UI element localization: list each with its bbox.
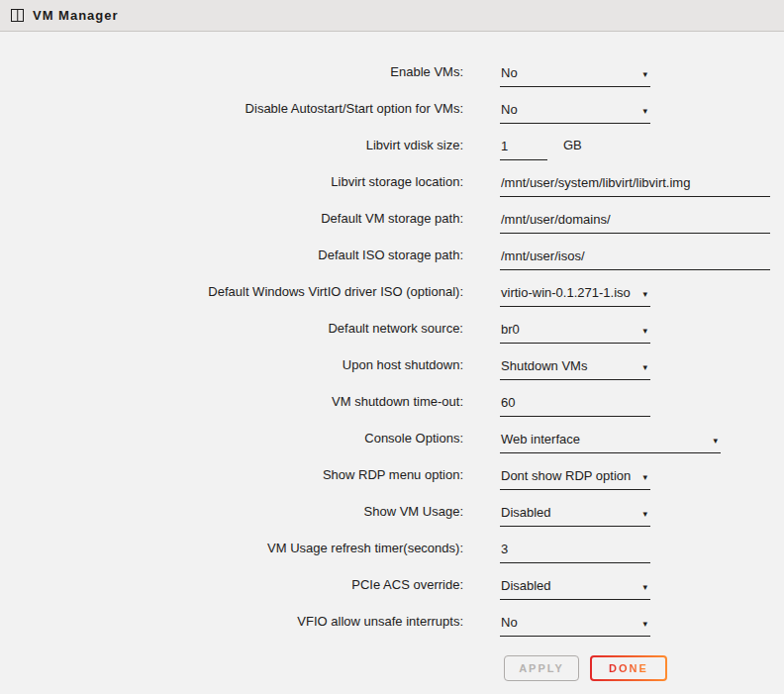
form-row: Enable VMs: No ▾ bbox=[0, 50, 784, 87]
select-value: Disabled bbox=[500, 505, 551, 520]
field-label: Show RDP menu option: bbox=[0, 467, 463, 490]
chevron-down-icon: ▾ bbox=[642, 363, 647, 372]
chevron-down-icon: ▾ bbox=[642, 70, 647, 79]
select-value: virtio-win-0.1.271-1.iso bbox=[500, 285, 631, 300]
enable-vms-select[interactable]: No ▾ bbox=[500, 65, 650, 87]
field-label: Default VM storage path: bbox=[0, 211, 463, 234]
usage-refresh-timer-input[interactable] bbox=[500, 542, 650, 563]
field-label: PCIe ACS override: bbox=[0, 577, 463, 600]
done-button[interactable]: DONE bbox=[590, 655, 667, 681]
select-value: Web interface bbox=[500, 432, 580, 446]
vm-manager-settings-form: Enable VMs: No ▾ Disable Autostart/Start… bbox=[0, 32, 784, 681]
field-label: Default network source: bbox=[0, 321, 463, 344]
form-row: Default VM storage path: bbox=[0, 197, 784, 234]
form-row: VM shutdown time-out: bbox=[0, 380, 784, 417]
form-row: Default network source: br0 ▾ bbox=[0, 307, 784, 344]
select-value: No bbox=[500, 615, 518, 630]
chevron-down-icon: ▾ bbox=[642, 473, 647, 482]
form-row: Libvirt vdisk size: GB bbox=[0, 124, 784, 160]
disable-autostart-select[interactable]: No ▾ bbox=[500, 102, 650, 124]
field-label: Console Options: bbox=[0, 431, 463, 453]
shutdown-timeout-input[interactable] bbox=[500, 395, 650, 417]
form-row: VM Usage refresh timer(seconds): bbox=[0, 527, 784, 563]
field-label: Libvirt vdisk size: bbox=[0, 138, 463, 160]
virtio-driver-iso-select[interactable]: virtio-win-0.1.271-1.iso ▾ bbox=[500, 285, 650, 307]
form-row: Disable Autostart/Start option for VMs: … bbox=[0, 87, 784, 124]
field-label: Libvirt storage location: bbox=[0, 174, 463, 197]
form-row: Libvirt storage location: bbox=[0, 160, 784, 197]
chevron-down-icon: ▾ bbox=[642, 583, 647, 592]
pcie-acs-override-select[interactable]: Disabled ▾ bbox=[500, 578, 650, 600]
vfio-unsafe-interrupts-select[interactable]: No ▾ bbox=[500, 615, 650, 637]
page-header: VM Manager bbox=[0, 0, 784, 32]
done-button-label: DONE bbox=[609, 662, 648, 674]
page-title: VM Manager bbox=[33, 8, 119, 23]
iso-storage-path-input[interactable] bbox=[500, 248, 770, 270]
form-actions: APPLY DONE bbox=[504, 655, 784, 681]
chevron-down-icon: ▾ bbox=[642, 290, 647, 299]
field-label: Upon host shutdown: bbox=[0, 357, 463, 380]
form-row: Default ISO storage path: bbox=[0, 234, 784, 270]
chevron-down-icon: ▾ bbox=[642, 327, 647, 336]
select-value: Dont show RDP option bbox=[500, 468, 631, 483]
apply-button[interactable]: APPLY bbox=[504, 655, 579, 681]
chevron-down-icon: ▾ bbox=[713, 437, 718, 446]
form-row: Upon host shutdown: Shutdown VMs ▾ bbox=[0, 344, 784, 380]
form-row: Show RDP menu option: Dont show RDP opti… bbox=[0, 453, 784, 490]
form-row: Default Windows VirtIO driver ISO (optio… bbox=[0, 270, 784, 307]
network-source-select[interactable]: br0 ▾ bbox=[500, 322, 650, 344]
select-value: br0 bbox=[500, 322, 520, 337]
select-value: Shutdown VMs bbox=[500, 358, 587, 373]
form-row: PCIe ACS override: Disabled ▾ bbox=[0, 563, 784, 600]
field-label: Default ISO storage path: bbox=[0, 248, 463, 270]
select-value: No bbox=[500, 65, 518, 80]
select-value: Disabled bbox=[500, 578, 551, 593]
libvirt-storage-location-input[interactable] bbox=[500, 175, 770, 197]
show-vm-usage-select[interactable]: Disabled ▾ bbox=[500, 505, 650, 527]
vdisk-size-input[interactable] bbox=[500, 139, 547, 160]
field-label: VM Usage refresh timer(seconds): bbox=[0, 541, 463, 563]
form-row: VFIO allow unsafe interrupts: No ▾ bbox=[0, 600, 784, 637]
chevron-down-icon: ▾ bbox=[642, 620, 647, 629]
field-label: Default Windows VirtIO driver ISO (optio… bbox=[0, 284, 463, 307]
rdp-menu-option-select[interactable]: Dont show RDP option ▾ bbox=[500, 468, 650, 490]
form-row: Show VM Usage: Disabled ▾ bbox=[0, 490, 784, 527]
console-options-select[interactable]: Web interface ▾ bbox=[500, 432, 721, 453]
field-label: VM shutdown time-out: bbox=[0, 394, 463, 417]
vm-manager-icon bbox=[11, 9, 24, 22]
form-row: Console Options: Web interface ▾ bbox=[0, 417, 784, 453]
chevron-down-icon: ▾ bbox=[642, 107, 647, 116]
vm-storage-path-input[interactable] bbox=[500, 212, 770, 234]
field-label: Disable Autostart/Start option for VMs: bbox=[0, 101, 463, 124]
chevron-down-icon: ▾ bbox=[642, 510, 647, 519]
select-value: No bbox=[500, 102, 518, 117]
host-shutdown-select[interactable]: Shutdown VMs ▾ bbox=[500, 358, 650, 380]
field-label: VFIO allow unsafe interrupts: bbox=[0, 614, 463, 637]
field-label: Enable VMs: bbox=[0, 64, 463, 87]
field-label: Show VM Usage: bbox=[0, 504, 463, 527]
unit-label: GB bbox=[563, 138, 582, 160]
